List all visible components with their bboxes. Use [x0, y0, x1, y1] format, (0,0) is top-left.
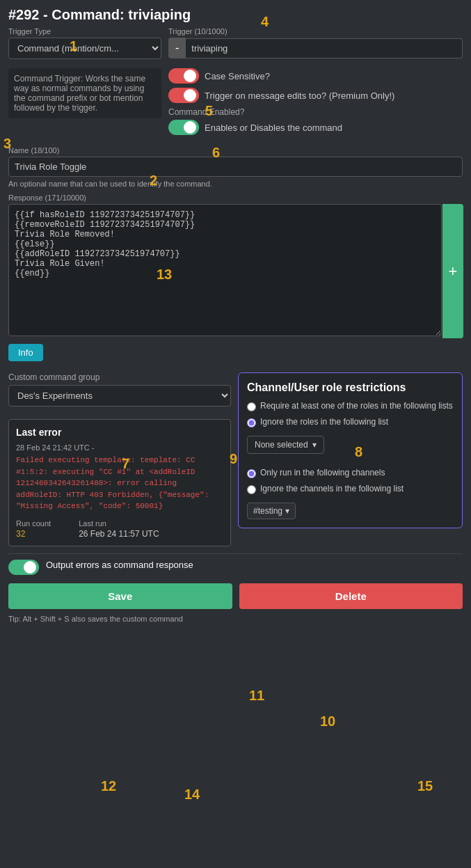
require-roles-label: Require at least one of the roles in the…	[260, 401, 453, 411]
last-run-value: 26 Feb 24 11:57 UTC	[79, 529, 159, 539]
custom-group-select[interactable]: Des's Experiments	[8, 385, 231, 407]
name-input[interactable]	[8, 157, 463, 177]
annotation-15: 15	[417, 778, 433, 794]
error-timestamp: 28 Feb 24 21:42 UTC -	[16, 443, 223, 452]
case-sensitive-toggle[interactable]	[168, 68, 199, 84]
message-edits-label: Trigger on message edits too? (Premium O…	[205, 90, 394, 101]
chevron-down-icon-2: ▾	[285, 506, 289, 516]
response-section: {{if hasRoleID 1192723734251974707}} {{r…	[8, 204, 463, 338]
save-button[interactable]: Save	[8, 583, 232, 609]
run-count-label: Run count	[16, 519, 51, 528]
run-count-value: 32	[16, 529, 51, 539]
output-errors-label: Output errors as command response	[46, 560, 193, 570]
tip-text: Tip: Alt + Shift + S also saves the cust…	[8, 615, 463, 623]
none-selected-label: None selected	[255, 440, 308, 450]
ignore-channels-radio[interactable]	[247, 485, 256, 494]
restrictions-title: Channel/User role restrictions	[247, 381, 454, 394]
require-roles-row: Require at least one of the roles in the…	[247, 401, 454, 411]
last-run-label: Last run	[79, 519, 159, 528]
output-errors-toggle[interactable]	[8, 560, 39, 575]
ignore-roles-label: Ignore the roles in the following list	[260, 417, 388, 427]
case-sensitive-label: Case Sensitive?	[205, 71, 270, 81]
only-channels-row: Only run in the following channels	[247, 468, 454, 478]
response-textarea[interactable]: {{if hasRoleID 1192723734251974707}} {{r…	[8, 204, 442, 336]
trigger-description: Command Trigger: Works the same way as n…	[8, 68, 161, 118]
trigger-count-label: Trigger (10/1000)	[168, 27, 463, 35]
action-buttons: Save Delete	[8, 583, 463, 609]
case-sensitive-row: Case Sensitive?	[168, 68, 463, 84]
last-error-box: Last error 28 Feb 24 21:42 UTC - Failed …	[8, 419, 231, 546]
ignore-roles-radio[interactable]	[247, 418, 256, 427]
restrictions-box: Channel/User role restrictions Require a…	[238, 372, 463, 528]
annotation-14: 14	[184, 787, 200, 803]
only-channels-label: Only run in the following channels	[260, 468, 385, 478]
annotation-11: 11	[249, 688, 264, 704]
ignore-channels-label: Ignore the channels in the following lis…	[260, 484, 404, 494]
error-date: 28 Feb 24 21:42 UTC	[16, 443, 90, 452]
trigger-type-select[interactable]: Command (mention/cm...	[8, 38, 161, 59]
command-enabled-section-label: Command Enabled?	[168, 107, 463, 117]
name-optional-text: An optional name that can be used to ide…	[8, 180, 463, 188]
trigger-input[interactable]	[186, 38, 463, 58]
last-error-title: Last error	[16, 427, 223, 438]
testing-channel-tag[interactable]: #testing ▾	[247, 503, 296, 519]
annotation-10: 10	[320, 713, 335, 729]
delete-button[interactable]: Delete	[239, 583, 463, 609]
trigger-type-label: Trigger Type	[8, 27, 161, 35]
run-count-stat: Run count 32	[16, 519, 51, 539]
error-separator: -	[92, 443, 95, 452]
error-message: Failed executing template: template: CC …	[16, 455, 223, 512]
message-edits-row: Trigger on message edits too? (Premium O…	[168, 88, 463, 103]
info-button[interactable]: Info	[8, 344, 43, 361]
ignore-channels-row: Ignore the channels in the following lis…	[247, 484, 454, 494]
page-title: #292 - Command: triviaping	[8, 7, 463, 23]
none-selected-button[interactable]: None selected ▾	[247, 436, 324, 454]
response-label: Response (171/10000)	[8, 194, 463, 202]
chevron-down-icon: ▾	[312, 440, 317, 450]
add-response-button[interactable]: +	[442, 204, 463, 338]
trigger-minus-button[interactable]: -	[168, 38, 186, 58]
output-errors-row: Output errors as command response	[8, 560, 463, 575]
ignore-roles-row: Ignore the roles in the following list	[247, 417, 454, 427]
bottom-section: Output errors as command response Save D…	[8, 553, 463, 623]
run-stats: Run count 32 Last run 26 Feb 24 11:57 UT…	[16, 519, 223, 539]
command-enabled-desc: Enables or Disables the command	[205, 123, 342, 133]
last-run-stat: Last run 26 Feb 24 11:57 UTC	[79, 519, 159, 539]
message-edits-toggle[interactable]	[168, 88, 199, 103]
custom-group-label: Custom command group	[8, 372, 231, 382]
command-enabled-section: Command Enabled? Enables or Disables the…	[168, 107, 463, 135]
name-label: Name (18/100)	[8, 146, 463, 155]
command-enabled-toggle[interactable]	[168, 120, 199, 135]
annotation-12: 12	[101, 778, 116, 794]
only-channels-radio[interactable]	[247, 469, 256, 478]
require-roles-radio[interactable]	[247, 402, 256, 411]
testing-channel-label: #testing	[253, 506, 282, 516]
